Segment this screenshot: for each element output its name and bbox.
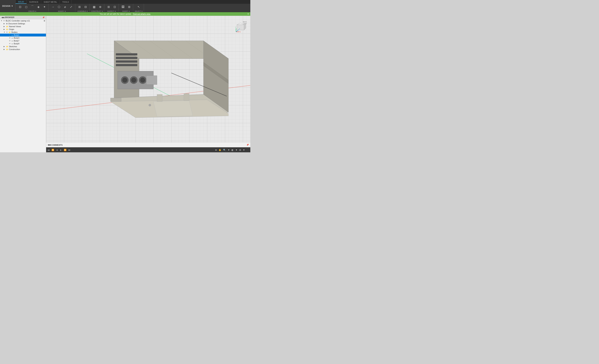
browser-pin-icon[interactable]: 📌 [42, 17, 44, 18]
tool-btn-create-4[interactable]: ✦ [42, 4, 47, 10]
design-dropdown[interactable]: DESIGN ▼ [0, 0, 16, 12]
update-bar: You are all set with the latest update. … [0, 12, 250, 16]
zoom-btn[interactable]: 🔍 [222, 148, 227, 152]
svg-rect-10 [116, 61, 137, 63]
3d-viewport[interactable]: X Y Z BACK LEFT [46, 16, 250, 142]
tool-btn-inspect-1[interactable]: ⊡ [112, 4, 117, 10]
tree-item-origin[interactable]: ▶📁Origin [0, 28, 46, 31]
design-label: DESIGN [2, 5, 10, 7]
visibility-icon-body3[interactable]: 👁 [9, 37, 11, 39]
tool-btn-construct-0[interactable]: ▦ [91, 4, 97, 10]
tool-btn-modify-0[interactable]: → [50, 4, 56, 10]
tree-arrow-sketches[interactable]: ▶ [4, 46, 6, 47]
comments-collapse-icon[interactable]: ◀◀ [48, 144, 50, 146]
tool-btn-modify-1[interactable]: ⬡ [56, 4, 62, 10]
play-fwd-btn[interactable]: ⏵ [59, 148, 63, 152]
tool-btn-modify-2[interactable]: ⌀ [62, 4, 68, 10]
tree-arrow-origin[interactable]: ▶ [4, 28, 6, 30]
tree-label-body7: Body7 [14, 40, 45, 42]
tree-arrow-construction[interactable]: ▶ [4, 48, 6, 50]
tree-item-root[interactable]: ▼👁BLDC Controller casing v11⚙ [0, 19, 46, 22]
orbit-btn[interactable]: ⊕ [214, 148, 218, 152]
tree-item-body3[interactable]: 👁▭Body3 [0, 36, 46, 39]
grid-dropdown[interactable]: ▼ [242, 148, 246, 152]
visibility-icon-root[interactable]: 👁 [3, 20, 5, 22]
tree-item-sketches[interactable]: ▶📁Sketches [0, 45, 46, 48]
group-label-assemble: ASSEMBLE▼ [77, 10, 88, 12]
cube-back-label: BACK [243, 21, 247, 23]
tree-item-body7[interactable]: 👁▭Body7 [0, 39, 46, 42]
tool-btn-insert-1[interactable]: ⊞ [126, 4, 132, 10]
display-mode-dropdown[interactable]: ▼ [235, 148, 238, 152]
svg-rect-9 [116, 57, 137, 59]
tool-btn-modify-3[interactable]: ⤢ [68, 4, 74, 10]
cube-navigator[interactable]: X Y Z BACK LEFT [234, 21, 247, 34]
outer-group-inspect: ⊞⊡INSPECT▼ [105, 4, 119, 12]
tree-item-bodies[interactable]: ▼👁📁Bodies [0, 31, 46, 34]
play-back-btn[interactable]: ⏴ [55, 148, 59, 152]
svg-marker-30 [153, 101, 193, 117]
tree-item-construction[interactable]: ▶📁Construction [0, 48, 46, 51]
update-link[interactable]: Find out what's new. [133, 13, 150, 15]
update-close-button[interactable]: × [247, 13, 249, 15]
play-end-btn[interactable]: ⏭ [68, 148, 71, 152]
body-icon-body9: ▭ [11, 43, 13, 45]
svg-marker-33 [237, 25, 244, 30]
tool-btn-create-3[interactable]: ◈ [35, 4, 41, 10]
tool-btn-create-1[interactable]: ◻ [23, 4, 29, 10]
comments-pin-icon[interactable]: 📌 [247, 144, 249, 146]
tool-btn-insert-0[interactable]: 🖼 [120, 4, 126, 10]
browser-panel: ◀◀ BROWSER 📌 ▼👁BLDC Controller casing v1… [0, 16, 46, 152]
outer-group-assemble: ⊞⊟ASSEMBLE▼ [76, 4, 90, 12]
visibility-icon-bodies[interactable]: 👁 [6, 31, 8, 33]
pan-btn[interactable]: ✋ [218, 148, 222, 152]
tree-item-body1[interactable]: 👁▭Body1 [0, 34, 46, 36]
tab-tools[interactable]: TOOLS [60, 0, 71, 4]
folder-icon-construction: 📁 [6, 48, 8, 50]
svg-point-14 [122, 78, 127, 83]
tree-arrow-bodies[interactable]: ▼ [4, 31, 6, 33]
root-settings-icon[interactable]: ⚙ [44, 20, 45, 22]
play-prev-btn[interactable]: ⏪ [51, 148, 55, 152]
main-toolbar: DESIGN ▼ SOLIDSURFACESHEET METALTOOLS ⊡◻… [0, 0, 250, 12]
toolbar-tabs-container: SOLIDSURFACESHEET METALTOOLS ⊡◻⌒◈✦CREATE… [16, 0, 250, 12]
tree-item-named-views[interactable]: ▶📁Named Views [0, 25, 46, 28]
visibility-icon-body1[interactable]: 👁 [9, 34, 11, 36]
tab-solid[interactable]: SOLID [16, 0, 27, 4]
tree-label-bodies: Bodies [11, 31, 45, 33]
tool-btn-select-0[interactable]: ↖ [136, 4, 142, 10]
tree-arrow-named-views[interactable]: ▶ [4, 26, 6, 27]
grid-btn[interactable]: ⊞ [238, 148, 242, 152]
tool-btn-create-2[interactable]: ⌒ [29, 4, 35, 10]
3d-model [82, 26, 229, 128]
outer-group-construct: ▦⊕CONSTRUCT▼ [90, 4, 104, 12]
visibility-icon-body7[interactable]: 👁 [9, 40, 11, 42]
tree-item-doc-settings[interactable]: ▶⚙Document Settings [0, 22, 46, 25]
tool-btn-create-0[interactable]: ⊡ [17, 4, 23, 10]
outer-group-select: ↖SELECT▼ [133, 4, 144, 12]
group-label-create: CREATE▼ [28, 10, 36, 12]
display-mode-btn[interactable]: ◧ [231, 148, 234, 152]
group-label-insert: INSERT▼ [122, 10, 130, 12]
tab-surface[interactable]: SURFACE [27, 0, 41, 4]
tool-group-wrapper-modify: →⬡⌀⤢MODIFY▼ [50, 4, 74, 12]
play-next-btn[interactable]: ⏩ [63, 148, 67, 152]
group-label-construct: CONSTRUCT▼ [91, 10, 103, 12]
tool-btn-assemble-0[interactable]: ⊞ [77, 4, 82, 10]
svg-point-18 [140, 78, 145, 83]
browser-collapse-icon[interactable]: ◀◀ [1, 17, 4, 18]
play-start-btn[interactable]: ⏮ [47, 148, 50, 152]
browser-title: BROWSER [5, 17, 14, 18]
tool-btn-inspect-0[interactable]: ⊞ [106, 4, 111, 10]
tool-btn-assemble-1[interactable]: ⊟ [83, 4, 88, 10]
folder-icon-origin: 📁 [6, 28, 8, 30]
visibility-icon-body9[interactable]: 👁 [9, 43, 11, 45]
browser-header: ◀◀ BROWSER 📌 [0, 16, 46, 19]
tree-item-body9[interactable]: 👁▭Body9 [0, 42, 46, 45]
zoom-dropdown[interactable]: ▼ [227, 148, 230, 152]
tree-arrow-doc-settings[interactable]: ▶ [4, 23, 6, 25]
svg-point-16 [131, 78, 136, 83]
tree-arrow-root[interactable]: ▼ [1, 20, 3, 22]
tool-btn-construct-1[interactable]: ⊕ [97, 4, 103, 10]
tab-sheet-metal[interactable]: SHEET METAL [41, 0, 60, 4]
